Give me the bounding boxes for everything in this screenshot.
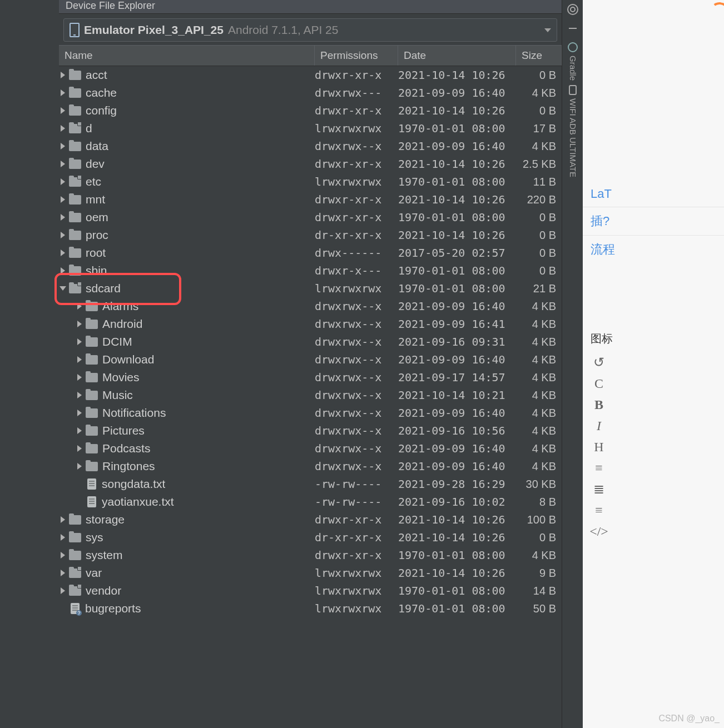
- file-name: bugreports: [85, 602, 141, 615]
- file-size: 0 B: [516, 229, 562, 242]
- table-header: Name Permissions Date Size: [59, 45, 562, 66]
- gear-icon: [567, 4, 578, 15]
- column-name[interactable]: Name: [59, 46, 315, 66]
- file-row-etc[interactable]: etclrwxrwxrwx1970-01-01 08:0011 B: [59, 173, 562, 191]
- file-row-sbin[interactable]: sbindrwxr-x---1970-01-01 08:000 B: [59, 262, 562, 280]
- format-glyph-8[interactable]: </>: [591, 523, 607, 540]
- format-glyph-1[interactable]: C: [591, 375, 607, 392]
- file-row-pictures[interactable]: Picturesdrwxrwx--x2021-09-16 10:564 KB: [59, 422, 562, 440]
- file-row-cache[interactable]: cachedrwxrwx---2021-09-09 16:404 KB: [59, 84, 562, 102]
- format-glyph-0[interactable]: ↺: [591, 354, 607, 371]
- file-row-data[interactable]: datadrwxrwx--x2021-09-09 16:404 KB: [59, 137, 562, 155]
- expand-arrow-icon: [77, 338, 82, 345]
- folder-icon: [69, 142, 81, 151]
- file-row-oem[interactable]: oemdrwxr-xr-x1970-01-01 08:000 B: [59, 208, 562, 226]
- file-row-acct[interactable]: acctdrwxr-xr-x2021-10-14 10:260 B: [59, 66, 562, 84]
- minimize-button[interactable]: [562, 19, 583, 38]
- file-row-var[interactable]: varlrwxrwxrwx2021-10-14 10:269 B: [59, 564, 562, 582]
- expand-arrow-icon: [77, 374, 82, 381]
- folder-link-icon: [69, 586, 81, 596]
- file-permissions: drwxr-xr-x: [315, 211, 398, 224]
- format-glyph-7[interactable]: ≡: [591, 502, 607, 518]
- file-date: 1970-01-01 08:00: [398, 584, 516, 597]
- format-glyph-6[interactable]: ≣: [591, 481, 607, 497]
- format-glyph-2[interactable]: B: [591, 396, 607, 413]
- file-row-notifications[interactable]: Notificationsdrwxrwx--x2021-09-09 16:404…: [59, 404, 562, 422]
- file-name: proc: [86, 228, 108, 242]
- file-name: system: [86, 549, 123, 562]
- file-permissions: lrwxrwxrwx: [315, 175, 398, 188]
- folder-icon: [69, 88, 81, 98]
- file-row-mnt[interactable]: mntdrwxr-xr-x2021-10-14 10:26220 B: [59, 191, 562, 208]
- column-size[interactable]: Size: [516, 46, 562, 66]
- panel-header: Device File Explorer: [59, 0, 562, 14]
- folder-icon: [86, 444, 98, 453]
- file-row-dcim[interactable]: DCIMdrwxrwx--x2021-09-16 09:314 KB: [59, 333, 562, 351]
- file-permissions: drwxrwx--x: [315, 388, 398, 402]
- gradle-tool[interactable]: Gradle: [568, 42, 578, 81]
- file-icon: [87, 496, 96, 507]
- file-size: 0 B: [516, 247, 562, 260]
- file-size: 30 KB: [516, 478, 562, 491]
- file-row-d[interactable]: dlrwxrwxrwx1970-01-01 08:0017 B: [59, 119, 562, 137]
- file-row-sys[interactable]: sysdr-xr-xr-x2021-10-14 10:260 B: [59, 528, 562, 546]
- side-link-latex[interactable]: LaT: [583, 183, 724, 205]
- file-name: Download: [102, 353, 154, 366]
- settings-button[interactable]: [562, 0, 583, 19]
- file-name: yaotianxue.txt: [102, 495, 174, 508]
- device-name: Emulator Pixel_3_API_25: [84, 23, 224, 37]
- expand-arrow-icon: [77, 321, 82, 327]
- file-row-dev[interactable]: devdrwxr-xr-x2021-10-14 10:262.5 KB: [59, 155, 562, 173]
- format-glyph-4[interactable]: H: [591, 438, 607, 455]
- file-row-system[interactable]: systemdrwxr-xr-x1970-01-01 08:004 KB: [59, 546, 562, 564]
- file-permissions: drwxr-xr-x: [315, 104, 398, 117]
- file-date: 2017-05-20 02:57: [398, 246, 516, 260]
- file-row-config[interactable]: configdrwxr-xr-x2021-10-14 10:260 B: [59, 102, 562, 119]
- file-name: DCIM: [102, 335, 132, 348]
- file-size: 4 KB: [516, 407, 562, 420]
- file-row-music[interactable]: Musicdrwxrwx--x2021-10-14 10:214 KB: [59, 386, 562, 404]
- file-name: Android: [102, 317, 142, 331]
- file-row-download[interactable]: Downloaddrwxrwx--x2021-09-09 16:404 KB: [59, 351, 562, 368]
- file-row-podcasts[interactable]: Podcastsdrwxrwx--x2021-09-09 16:404 KB: [59, 440, 562, 457]
- right-tool-strip: Gradle WIFI ADB ULTIMATE: [562, 0, 583, 728]
- file-date: 2021-09-09 16:40: [398, 300, 516, 313]
- minimize-icon: [569, 28, 577, 29]
- file-row-android[interactable]: Androiddrwxrwx--x2021-09-09 16:414 KB: [59, 315, 562, 333]
- file-row-proc[interactable]: procdr-xr-xr-x2021-10-14 10:260 B: [59, 226, 562, 244]
- file-row-songdata.txt[interactable]: songdata.txt-rw-rw----2021-09-28 16:2930…: [59, 475, 562, 493]
- file-name: Pictures: [102, 424, 145, 437]
- expand-arrow-icon: [61, 534, 65, 541]
- side-link-plugin[interactable]: 插?: [583, 210, 724, 233]
- file-name: vendor: [86, 584, 121, 597]
- file-row-root[interactable]: rootdrwx------2017-05-20 02:570 B: [59, 244, 562, 262]
- file-permissions: drwxrwx--x: [315, 300, 398, 313]
- file-permissions: drwxrwx--x: [315, 335, 398, 348]
- file-permissions: drwxrwx--x: [315, 442, 398, 455]
- column-date[interactable]: Date: [398, 46, 516, 66]
- file-row-alarms[interactable]: Alarmsdrwxrwx--x2021-09-09 16:404 KB: [59, 297, 562, 315]
- device-selector[interactable]: Emulator Pixel_3_API_25 Android 7.1.1, A…: [63, 18, 557, 42]
- file-row-storage[interactable]: storagedrwxr-xr-x2021-10-14 10:26100 B: [59, 511, 562, 528]
- file-size: 14 B: [516, 585, 562, 597]
- folder-icon: [86, 426, 98, 436]
- file-permissions: drwxrwx--x: [315, 406, 398, 420]
- file-name: storage: [86, 513, 125, 526]
- file-size: 50 B: [516, 602, 562, 615]
- file-size: 4 KB: [516, 353, 562, 366]
- file-row-ringtones[interactable]: Ringtonesdrwxrwx--x2021-09-09 16:404 KB: [59, 457, 562, 475]
- file-date: 1970-01-01 08:00: [398, 211, 516, 224]
- wifi-adb-tool[interactable]: WIFI ADB ULTIMATE: [568, 85, 578, 177]
- file-row-yaotianxue.txt[interactable]: yaotianxue.txt-rw-rw----2021-09-16 10:02…: [59, 493, 562, 511]
- format-glyph-3[interactable]: I: [591, 417, 607, 434]
- file-row-movies[interactable]: Moviesdrwxrwx--x2021-09-17 14:574 KB: [59, 368, 562, 386]
- file-row-bugreports[interactable]: bugreportslrwxrwxrwx1970-01-01 08:0050 B: [59, 600, 562, 617]
- format-glyph-5[interactable]: ≡: [591, 460, 607, 476]
- file-row-sdcard[interactable]: sdcardlrwxrwxrwx1970-01-01 08:0021 B: [59, 280, 562, 297]
- file-row-vendor[interactable]: vendorlrwxrwxrwx1970-01-01 08:0014 B: [59, 582, 562, 600]
- folder-icon: [69, 71, 81, 80]
- side-link-flow[interactable]: 流程: [583, 238, 724, 261]
- column-permissions[interactable]: Permissions: [315, 46, 398, 66]
- plug-icon: [569, 85, 577, 95]
- folder-icon: [69, 195, 81, 205]
